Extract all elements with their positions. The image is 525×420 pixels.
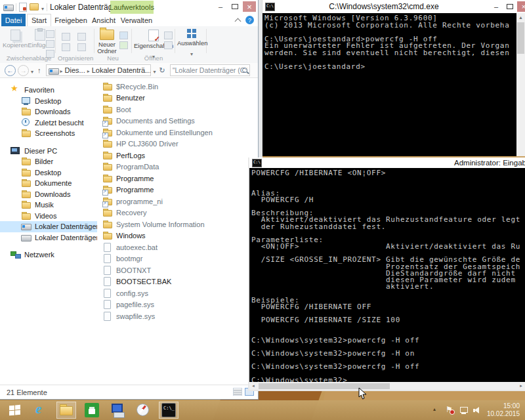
sidebar-item[interactable]: Desktop xyxy=(0,96,97,107)
taskbar-button[interactable] xyxy=(5,402,25,419)
tab-ansicht[interactable]: Ansicht xyxy=(89,14,118,26)
sidebar-item[interactable]: Downloads xyxy=(0,106,97,117)
file-row[interactable]: Programme xyxy=(97,173,257,184)
forward-button[interactable] xyxy=(18,65,29,76)
search-input[interactable]: "Lokaler Datenträger (C:)" dur... xyxy=(170,64,250,76)
file-row[interactable]: BOOTSECT.BAK xyxy=(97,276,257,288)
address-dropdown-icon[interactable] xyxy=(154,64,156,76)
file-row[interactable]: swapfile.sys xyxy=(97,310,257,322)
scroll-left-icon[interactable] xyxy=(249,382,257,390)
close-button[interactable] xyxy=(243,1,256,12)
sidebar-item[interactable]: Videos xyxy=(0,211,97,222)
up-button[interactable] xyxy=(37,66,41,74)
taskbar-button[interactable] xyxy=(82,402,102,419)
file-row[interactable]: $Recycle.Bin xyxy=(97,81,257,93)
copy-to-icon[interactable] xyxy=(62,43,70,51)
file-row[interactable]: ProgramData xyxy=(97,161,257,173)
file-row[interactable]: config.sys xyxy=(97,287,257,299)
sidebar-item[interactable]: Screenshots xyxy=(0,128,97,139)
sidebar-item[interactable]: Bilder xyxy=(0,156,97,167)
tray-icon[interactable] xyxy=(432,406,440,415)
copy-path-icon[interactable] xyxy=(46,40,54,48)
scrollbar-thumb[interactable] xyxy=(259,383,390,389)
taskbar-button[interactable] xyxy=(159,402,178,419)
drive-tools-context-tab[interactable]: Laufwerktools xyxy=(110,1,154,14)
scroll-right-icon[interactable] xyxy=(517,382,525,390)
delete-icon[interactable] xyxy=(77,33,86,41)
horizontal-scrollbar[interactable] xyxy=(249,382,525,390)
file-row[interactable]: BOOTNXT xyxy=(97,264,257,276)
collapse-ribbon-icon[interactable] xyxy=(235,18,242,24)
file-row[interactable]: Benutzer xyxy=(97,93,257,104)
sidebar-item[interactable]: Downloads xyxy=(0,189,97,200)
file-row[interactable]: PerfLogs xyxy=(97,150,257,161)
cut-icon[interactable] xyxy=(46,30,54,38)
sidebar-item[interactable] xyxy=(0,243,97,249)
select-button[interactable]: Auswählen xyxy=(177,29,206,58)
cmd1-titlebar[interactable]: C:\Windows\system32\cmd.exe xyxy=(262,0,525,13)
new-folder-qat-icon[interactable] xyxy=(30,3,39,10)
back-button[interactable] xyxy=(5,65,16,76)
file-row[interactable]: System Volume Information xyxy=(97,219,257,230)
tray-icon[interactable] xyxy=(473,406,482,415)
sidebar-item[interactable]: Lokaler Datenträger (C:) xyxy=(0,221,97,232)
vertical-scrollbar[interactable] xyxy=(516,13,525,156)
help-icon[interactable] xyxy=(245,16,254,24)
file-row[interactable]: Documents and Settings xyxy=(97,116,257,127)
rename-icon[interactable] xyxy=(77,43,86,51)
refresh-icon[interactable] xyxy=(159,66,165,75)
breadcrumb-drive-c[interactable]: Lokaler Datenträ... xyxy=(92,66,151,74)
maximize-button[interactable] xyxy=(503,1,516,12)
file-row[interactable]: autoexec.bat xyxy=(97,242,257,253)
maximize-button[interactable] xyxy=(228,1,242,12)
breadcrumb-this-pc[interactable]: Dies... xyxy=(65,66,85,74)
file-row[interactable]: Recovery xyxy=(97,207,257,219)
taskbar-button[interactable] xyxy=(108,402,127,419)
sidebar-item[interactable]: Lokaler Datenträger (D:) xyxy=(0,232,97,243)
history-dropdown-icon[interactable] xyxy=(31,64,33,76)
scrollbar-thumb[interactable] xyxy=(517,22,524,54)
tab-verwalten[interactable]: Verwalten xyxy=(119,14,154,26)
file-row[interactable]: Programme xyxy=(97,184,257,196)
file-row[interactable]: programme_ni xyxy=(97,196,257,207)
file-row[interactable]: HP CLJ3600 Driver xyxy=(97,138,257,150)
explorer-titlebar[interactable]: Lokaler Datenträger (... Laufwerktools xyxy=(0,0,258,14)
file-row[interactable]: Dokumente und Einstellungen xyxy=(97,127,257,138)
sidebar-item[interactable] xyxy=(0,139,97,146)
sidebar-item[interactable]: Dieser PC xyxy=(0,146,97,157)
new-folder-button[interactable]: Neuer Ordner xyxy=(96,30,118,54)
sidebar-item[interactable]: Desktop xyxy=(0,167,97,178)
tray-icon[interactable] xyxy=(446,406,454,415)
scroll-up-icon[interactable] xyxy=(516,13,525,22)
properties-qat-icon[interactable] xyxy=(19,3,27,12)
taskbar-button[interactable] xyxy=(31,402,51,419)
taskbar-button[interactable] xyxy=(56,402,76,419)
file-row[interactable]: Boot xyxy=(97,104,257,116)
select-dropdown-icon[interactable] xyxy=(177,47,206,58)
minimize-button[interactable] xyxy=(214,1,227,12)
easy-access-icon[interactable] xyxy=(119,32,128,39)
cmd2-titlebar[interactable]: Administrator: Eingabeaufforderung xyxy=(249,158,525,168)
details-view-icon[interactable] xyxy=(233,388,242,396)
breadcrumb[interactable]: Dies... Lokaler Datenträ... xyxy=(46,64,151,76)
tray-icon[interactable] xyxy=(459,406,468,415)
file-row[interactable]: pagefile.sys xyxy=(97,299,257,311)
copy-button[interactable]: Kopieren xyxy=(3,30,28,49)
sidebar-item[interactable]: Dokumente xyxy=(0,178,97,189)
tab-freigeben[interactable]: Freigeben xyxy=(54,14,88,26)
edit-icon[interactable] xyxy=(164,32,173,39)
sidebar-item[interactable]: Favoriten xyxy=(0,85,97,96)
sidebar-item[interactable]: Zuletzt besucht xyxy=(0,117,97,129)
file-row[interactable]: bootmgr xyxy=(97,253,257,265)
qat-dropdown-icon[interactable] xyxy=(41,1,44,13)
history-icon[interactable] xyxy=(164,41,173,49)
sidebar-item[interactable]: Musik xyxy=(0,200,97,211)
taskbar-clock[interactable]: 15:00 10.02.2015 xyxy=(487,402,522,418)
move-to-icon[interactable] xyxy=(62,33,70,41)
close-button[interactable] xyxy=(517,1,525,12)
minimize-button[interactable] xyxy=(490,1,503,12)
file-row[interactable]: Windows xyxy=(97,230,257,242)
taskbar-button[interactable] xyxy=(133,402,153,419)
tab-datei[interactable]: Datei xyxy=(1,14,26,26)
easy-access-icon[interactable] xyxy=(119,41,128,49)
